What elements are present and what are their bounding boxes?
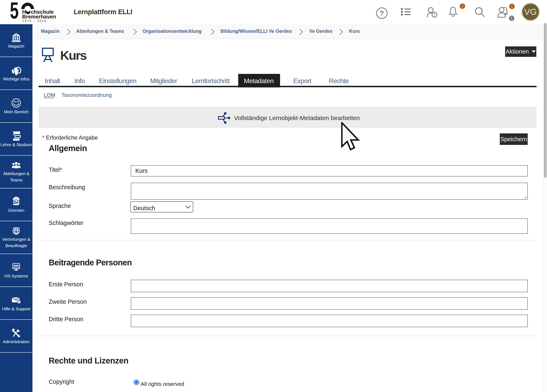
svg-text:?: ? [18, 300, 20, 304]
svg-text:?: ? [380, 9, 384, 17]
